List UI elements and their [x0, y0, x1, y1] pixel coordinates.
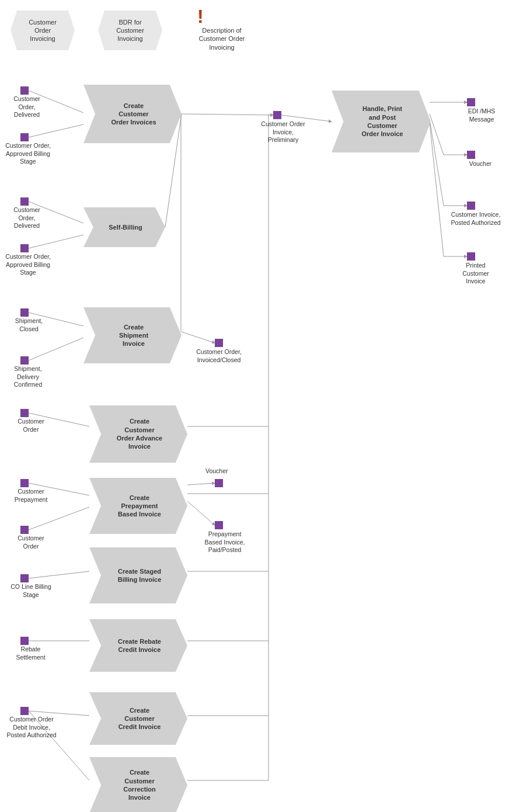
label-customer-order-2: CustomerOrder	[11, 535, 51, 550]
icon-printed-customer-invoice	[467, 252, 475, 261]
chevron-rebate-credit[interactable]: Create Rebate Credit Invoice	[89, 619, 187, 672]
icon-rebate-settlement	[20, 637, 29, 645]
label-description: Description ofCustomer OrderInvoicing	[181, 26, 263, 51]
exclaim-icon: !	[197, 6, 204, 27]
diagram-container: Customer Order Invoicing BDR for Custome…	[0, 0, 516, 812]
icon-shipment-closed	[20, 308, 29, 317]
label-co-billing-2: Customer Order,Approved BillingStage	[2, 253, 54, 277]
label-voucher-prepay-text: Voucher	[205, 467, 228, 476]
label-rebate-settlement: RebateSettlement	[6, 646, 55, 661]
icon-voucher-prepay	[215, 479, 223, 487]
label-customer-invoice-authorized: Customer Invoice,Posted Authorized	[441, 211, 511, 227]
icon-customer-order-2	[20, 526, 29, 534]
svg-line-1	[29, 124, 83, 137]
svg-line-16	[182, 332, 215, 343]
icon-customer-invoice-authorized	[467, 202, 475, 210]
chevron-handle-print-post[interactable]: Handle, Print and Post Customer Order In…	[332, 91, 431, 152]
svg-line-23	[187, 483, 215, 485]
svg-line-24	[187, 501, 215, 525]
icon-co-delivered-2	[20, 197, 29, 206]
label-customer-order-advance: CustomerOrder	[11, 418, 51, 433]
label-co-delivered-2: CustomerOrder,Delivered	[4, 206, 50, 230]
chevron-self-billing[interactable]: Self-Billing	[83, 207, 165, 247]
icon-voucher-main	[467, 151, 475, 159]
icon-customer-order-advance	[20, 409, 29, 417]
chevron-create-shipment-invoice[interactable]: Create Shipment Invoice	[83, 307, 182, 363]
chevron-prepayment-invoice[interactable]: Create Prepayment Based Invoice	[89, 478, 187, 534]
icon-co-debit-invoice	[20, 707, 29, 715]
chevron-advance-invoice[interactable]: Create Customer Order Advance Invoice	[89, 405, 187, 463]
svg-line-27	[29, 571, 89, 578]
svg-line-7	[430, 120, 444, 206]
label-co-debit-invoice: Customer OrderDebit Invoice,Posted Autho…	[2, 716, 61, 740]
label-co-invoiced-closed: Customer Order,Invoiced/Closed	[187, 348, 251, 364]
icon-prepayment-paid-posted	[215, 521, 223, 529]
chevron-staged-billing[interactable]: Create Staged Billing Invoice	[89, 547, 187, 603]
svg-line-33	[29, 711, 89, 716]
chevron-credit-invoice[interactable]: Create Customer Credit Invoice	[89, 692, 187, 745]
icon-co-line-billing	[20, 574, 29, 582]
icon-co-invoiced-closed	[215, 339, 223, 347]
icon-co-inv-preliminary	[273, 111, 281, 119]
svg-line-9	[430, 123, 444, 256]
svg-line-22	[29, 507, 89, 530]
label-printed-customer-invoice: PrintedCustomerInvoice	[444, 262, 508, 286]
icon-co-billing-2	[20, 244, 29, 252]
label-voucher-main: Voucher	[457, 160, 504, 168]
chevron-correction-invoice[interactable]: Create Customer Correction Invoice	[89, 757, 187, 812]
label-co-line-billing: CO Line BillingStage	[5, 583, 57, 599]
icon-co-delivered-1	[20, 86, 29, 95]
icon-customer-prepayment	[20, 479, 29, 487]
label-shipment-delivery: Shipment,DeliveryConfirmed	[5, 365, 51, 389]
icon-co-billing-1	[20, 133, 29, 141]
svg-line-5	[430, 114, 444, 155]
label-co-delivered-1: CustomerOrder,Delivered	[4, 95, 50, 119]
label-co-inv-preliminary: Customer OrderInvoice,Preliminary	[251, 120, 315, 144]
label-prepayment-paid-posted: PrepaymentBased Invoice,Paid/Posted	[193, 530, 257, 554]
label-customer-prepayment: CustomerPrepayment	[5, 488, 57, 504]
label-shipment-closed: Shipment,Closed	[7, 317, 51, 333]
hex-bdr-customer-invoicing[interactable]: BDR for Customer Invoicing	[98, 11, 162, 50]
chevron-create-customer-order-invoices[interactable]: Create Customer Order Invoices	[83, 85, 182, 143]
icon-shipment-delivery	[20, 356, 29, 365]
svg-line-2	[182, 114, 273, 115]
icon-edi-mhs	[467, 98, 475, 106]
svg-line-12	[29, 235, 83, 248]
label-edi-mhs: EDI /MHSMessage	[452, 107, 511, 123]
svg-line-15	[29, 338, 83, 360]
label-co-billing-1: Customer Order,Approved BillingStage	[2, 142, 54, 166]
hex-customer-order-invoicing: Customer Order Invoicing	[11, 11, 75, 50]
